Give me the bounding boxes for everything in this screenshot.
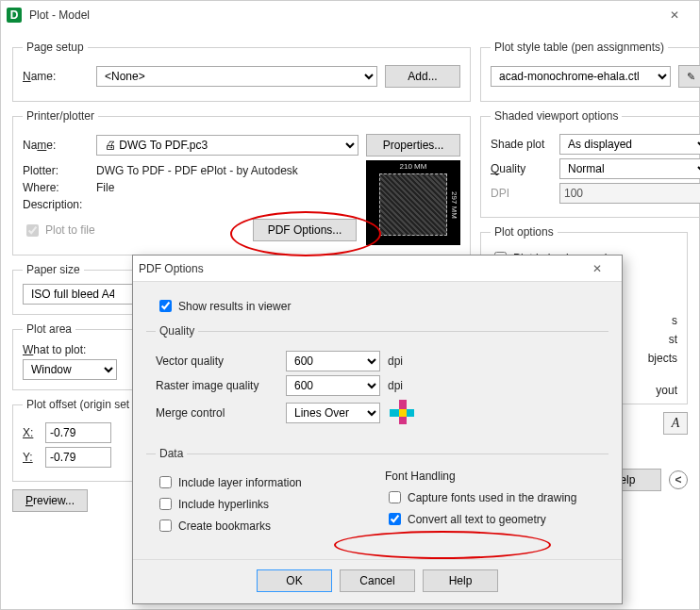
- y-label: Y:: [23, 451, 38, 464]
- raster-dpi-label: dpi: [388, 379, 403, 392]
- capture-fonts-checkbox[interactable]: Capture fonts used in the drawing: [385, 488, 599, 506]
- x-input[interactable]: [45, 422, 111, 443]
- dpi-input: [559, 183, 700, 204]
- expand-icon[interactable]: <: [669, 470, 688, 489]
- data-group: Data Include layer information Include h…: [146, 447, 608, 548]
- page-setup-legend: Page setup: [23, 41, 88, 54]
- where-label: Where:: [23, 181, 89, 194]
- plot-style-edit-button[interactable]: ✎: [678, 65, 700, 88]
- vector-dpi-label: dpi: [388, 354, 403, 368]
- printer-legend: Printer/plotter: [23, 109, 98, 123]
- quality-select[interactable]: Normal: [559, 158, 700, 179]
- merge-control-select[interactable]: Lines Overwrite: [286, 403, 380, 423]
- dialog-title: PDF Options: [139, 262, 204, 275]
- page-name-select[interactable]: <None>: [96, 66, 377, 87]
- raster-quality-label: Raster image quality: [156, 379, 278, 392]
- quality-group: Quality Vector quality 600 dpi Raster im…: [146, 324, 608, 439]
- dialog-help-button[interactable]: Help: [423, 569, 498, 592]
- show-results-checkbox[interactable]: Show results in viewer: [156, 297, 608, 315]
- preview-button[interactable]: Preview...: [12, 489, 88, 512]
- shaded-legend: Shaded viewport options: [491, 109, 622, 123]
- what-to-plot-select[interactable]: Window: [23, 359, 117, 380]
- svg-rect-2: [399, 409, 407, 417]
- plot-style-group: Plot style table (pen assignments) acad-…: [480, 41, 700, 102]
- app-icon: D: [7, 8, 22, 23]
- shaded-group: Shaded viewport options Shade plotAs dis…: [480, 109, 700, 218]
- merge-control-label: Merge control: [156, 406, 278, 420]
- paper-preview: 210 MM 297 MM: [366, 160, 460, 245]
- create-bookmarks-checkbox[interactable]: Create bookmarks: [156, 517, 370, 535]
- printer-name-label: Name:: [23, 139, 89, 152]
- where-value: File: [96, 181, 114, 194]
- pdf-options-button[interactable]: PDF Options...: [253, 219, 357, 241]
- dim-height: 297 MM: [450, 173, 458, 236]
- cursor-icon: [390, 400, 418, 426]
- plot-to-file-checkbox: Plot to file: [23, 222, 95, 239]
- desc-label: Description:: [23, 198, 89, 211]
- data-legend: Data: [156, 447, 187, 460]
- plot-area-legend: Plot area: [23, 322, 75, 336]
- raster-quality-select[interactable]: 600: [286, 375, 380, 396]
- ok-button[interactable]: OK: [257, 569, 332, 592]
- shade-plot-label: Shade plot: [491, 138, 552, 151]
- properties-button[interactable]: Properties...: [366, 134, 460, 157]
- add-button[interactable]: Add...: [385, 65, 460, 88]
- font-handling-legend: Font Handling: [385, 470, 599, 483]
- page-setup-group: Page setup Name: <None> Add...: [12, 41, 471, 102]
- cancel-button[interactable]: Cancel: [340, 569, 415, 592]
- vector-quality-label: Vector quality: [156, 354, 278, 368]
- dim-width: 210 MM: [379, 162, 447, 171]
- main-title: Plot - Model: [29, 8, 90, 22]
- plot-options-legend: Plot options: [491, 225, 558, 239]
- orientation-button[interactable]: A: [663, 412, 688, 435]
- page-name-label: Name:: [23, 70, 89, 83]
- plot-style-legend: Plot style table (pen assignments): [491, 41, 668, 54]
- printer-group: Printer/plotter Name: 🖨 DWG To PDF.pc3 P…: [12, 109, 471, 256]
- include-layer-checkbox[interactable]: Include layer information: [156, 473, 370, 491]
- vector-quality-select[interactable]: 600: [286, 351, 380, 371]
- include-hyperlinks-checkbox[interactable]: Include hyperlinks: [156, 495, 370, 513]
- plot-style-select[interactable]: acad-monochrome-ehala.ctl: [491, 66, 671, 87]
- close-icon[interactable]: ✕: [656, 2, 693, 28]
- quality-legend: Quality: [156, 324, 198, 338]
- convert-text-checkbox[interactable]: Convert all text to geometry: [385, 510, 599, 528]
- y-input[interactable]: [45, 447, 111, 468]
- dpi-label: DPI: [491, 187, 552, 200]
- pdf-options-dialog: PDF Options ✕ Show results in viewer Qua…: [132, 255, 623, 604]
- x-label: X:: [23, 426, 38, 439]
- paper-size-legend: Paper size: [23, 263, 84, 276]
- main-titlebar: D Plot - Model ✕: [1, 1, 699, 29]
- paper-size-select[interactable]: ISO full bleed A4 (2: [23, 284, 145, 305]
- printer-name-select[interactable]: 🖨 DWG To PDF.pc3: [96, 135, 358, 156]
- quality-label: Quality: [491, 162, 552, 175]
- plotter-value: DWG To PDF - PDF ePlot - by Autodesk: [96, 164, 298, 177]
- shade-plot-select[interactable]: As displayed: [559, 134, 700, 155]
- plotter-label: Plotter:: [23, 164, 89, 177]
- plot-offset-legend: Plot offset (origin set: [23, 398, 133, 411]
- dialog-close-icon[interactable]: ✕: [578, 256, 616, 282]
